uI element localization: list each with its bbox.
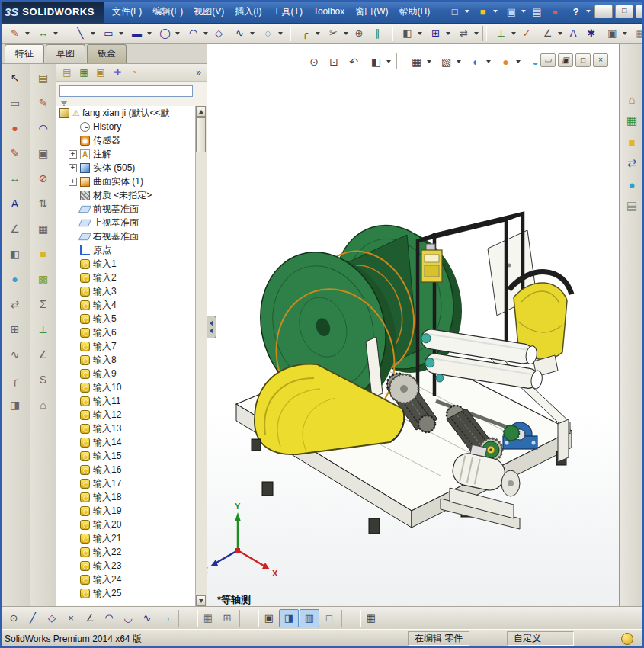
sketch-fillet-icon[interactable]: ╭	[293, 25, 322, 42]
tree-item[interactable]: 输入24	[56, 573, 196, 586]
doc-minimize-icon[interactable]: ▭	[540, 53, 556, 67]
expand-toggle-icon[interactable]	[69, 315, 77, 323]
section-view-icon[interactable]: ◧	[364, 53, 392, 70]
menu-item[interactable]: Toolbox	[308, 2, 350, 21]
toolbar-icon[interactable]	[239, 610, 259, 627]
tree-item[interactable]: 输入1	[56, 257, 196, 271]
smart-dimension-icon[interactable]: ↔	[31, 25, 59, 42]
expand-toggle-icon[interactable]	[69, 548, 77, 557]
angle-tool-icon[interactable]: ∠	[34, 345, 53, 364]
rebuild-model-icon[interactable]: ●	[5, 119, 25, 137]
expand-toggle-icon[interactable]	[69, 233, 77, 241]
tree-item[interactable]: 输入25	[56, 586, 196, 600]
convert-entities-icon[interactable]: ⊕	[350, 25, 368, 42]
appearance-ball-icon[interactable]: ●	[5, 270, 25, 288]
tree-item[interactable]: 输入23	[56, 559, 196, 573]
edit-part-icon[interactable]: ✎	[34, 94, 53, 112]
commandmanager-tab[interactable]: 特征	[5, 44, 44, 63]
point-icon[interactable]: ✱	[582, 25, 601, 42]
export-feature-icon[interactable]: ▩	[34, 270, 53, 288]
rebuild-icon[interactable]: ●	[546, 3, 564, 20]
propertymanager-tab-icon[interactable]: ▦	[75, 66, 92, 79]
line-icon[interactable]: ╲	[69, 25, 97, 42]
corner-rectangle-icon[interactable]: ▭	[97, 25, 125, 42]
expand-toggle-icon[interactable]	[69, 534, 77, 543]
close-button[interactable]: ×	[636, 5, 644, 18]
expand-toggle-icon[interactable]	[69, 425, 77, 433]
design-table-icon[interactable]: ▦	[34, 220, 53, 238]
spell-check-icon[interactable]: A	[5, 194, 25, 213]
tree-root-item[interactable]: ⚠ fang xian ji (默认<<默	[56, 106, 196, 120]
expand-toggle-icon[interactable]	[69, 480, 77, 488]
expand-toggle-icon[interactable]	[69, 287, 77, 296]
tree-item[interactable]: + 注解	[56, 147, 196, 161]
expand-toggle-icon[interactable]	[69, 356, 77, 364]
print-icon[interactable]: ▤	[527, 3, 546, 20]
tree-item[interactable]: 输入5	[56, 312, 196, 326]
clipboard-icon[interactable]: ▤	[34, 69, 53, 87]
expand-toggle-icon[interactable]: +	[69, 164, 77, 172]
linear-pattern-icon[interactable]: ⊞	[424, 25, 452, 42]
spline-tool-icon[interactable]: ∿	[138, 610, 156, 627]
expand-toggle-icon[interactable]: +	[69, 178, 77, 186]
move-entities-icon[interactable]: ⇄	[452, 25, 480, 42]
expand-toggle-icon[interactable]	[69, 383, 77, 392]
toolbar-icon[interactable]	[341, 610, 361, 627]
new-document-icon[interactable]: □	[443, 3, 471, 20]
sketch-picture-icon[interactable]: ▣	[601, 25, 629, 42]
repair-sketch-icon[interactable]: ✓	[517, 25, 536, 42]
sketch-grid-icon[interactable]: ▦	[199, 610, 217, 627]
tree-item[interactable]: 输入8	[56, 353, 196, 367]
corner-tool-icon[interactable]: ¬	[157, 610, 175, 627]
expand-toggle-icon[interactable]	[69, 507, 77, 515]
grid-settings-icon[interactable]: ▦	[629, 25, 644, 42]
open-icon[interactable]: ■	[471, 3, 499, 20]
section-display-icon[interactable]: ▣	[260, 610, 278, 627]
relations-icon[interactable]: ⊥	[34, 320, 53, 338]
tree-item[interactable]: 前视基准面	[56, 202, 196, 216]
trim-entities-icon[interactable]: ✂	[322, 25, 350, 42]
menu-item[interactable]: 插入(I)	[229, 2, 267, 22]
import-feature-icon[interactable]: ■	[34, 245, 53, 263]
toolbar-icon[interactable]	[482, 26, 487, 41]
tree-item[interactable]: 输入3	[56, 284, 196, 298]
erase-tool-icon[interactable]: ×	[62, 610, 80, 627]
menu-item[interactable]: 窗口(W)	[350, 2, 393, 22]
menu-item[interactable]: 编辑(E)	[147, 2, 188, 22]
zoom-fit-icon[interactable]: ⊙	[305, 53, 323, 70]
tree-item[interactable]: 输入15	[56, 449, 196, 463]
expand-toggle-icon[interactable]	[69, 411, 77, 419]
menu-item[interactable]: 帮助(H)	[394, 2, 436, 22]
quick-snaps-icon[interactable]: ∠	[536, 25, 564, 42]
expand-toggle-icon[interactable]	[69, 301, 77, 310]
tree-item[interactable]: 输入6	[56, 326, 196, 339]
tree-item[interactable]: 输入19	[56, 504, 196, 518]
tree-item[interactable]: + 曲面实体 (1)	[56, 175, 196, 188]
expand-toggle-icon[interactable]	[69, 329, 77, 337]
tree-item[interactable]: 输入4	[56, 298, 196, 312]
view-cube-icon[interactable]: ▦	[362, 610, 380, 627]
expand-toggle-icon[interactable]	[69, 246, 77, 255]
mirror-entities-icon[interactable]: ◧	[396, 25, 424, 42]
appearances-icon[interactable]: ●	[622, 175, 642, 194]
expand-toggle-icon[interactable]	[69, 219, 77, 227]
hidden-lines-icon[interactable]: ▥	[300, 609, 319, 627]
snap-grid-icon[interactable]: ⊞	[218, 610, 236, 627]
menu-item[interactable]: 视图(V)	[188, 2, 229, 22]
display-relations-icon[interactable]: ⊥	[489, 25, 517, 42]
save-icon[interactable]: ▣	[499, 3, 527, 20]
tree-filter-input[interactable]	[59, 85, 193, 97]
expand-toggle-icon[interactable]	[69, 562, 77, 570]
expand-toggle-icon[interactable]	[69, 136, 77, 145]
zoom-area-icon[interactable]: ⊡	[325, 53, 343, 70]
featuremanager-tab-icon[interactable]: ▤	[59, 66, 75, 79]
section-tool-icon[interactable]: ◧	[5, 245, 25, 263]
doc-close-icon[interactable]: ×	[593, 53, 608, 67]
straight-slot-icon[interactable]: ▬	[125, 25, 153, 42]
sketch-text-icon[interactable]: A	[564, 25, 582, 42]
menu-item[interactable]: 文件(F)	[107, 2, 147, 22]
spline-icon[interactable]: ∿	[228, 25, 256, 42]
expand-toggle-icon[interactable]	[69, 466, 77, 474]
view-palette-icon[interactable]: ⇄	[622, 154, 642, 172]
previous-view-icon[interactable]: ↶	[344, 53, 363, 70]
